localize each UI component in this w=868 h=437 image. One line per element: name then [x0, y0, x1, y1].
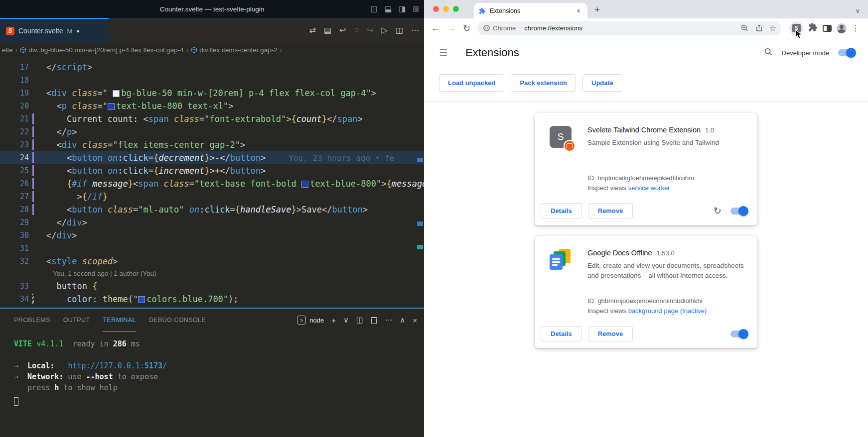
code-line[interactable]: 27 >{/if} [0, 190, 424, 203]
nav-forward-icon[interactable]: ↪ [367, 25, 373, 35]
details-button[interactable]: Details [541, 326, 582, 341]
forward-button[interactable]: → [447, 23, 456, 33]
code-line[interactable]: 20 <p class="text-blue-800 text-xl"> [0, 100, 424, 112]
search-icon[interactable] [764, 47, 773, 58]
inspect-views-link[interactable]: background page (Inactive) [628, 307, 707, 315]
color-swatch [301, 181, 308, 188]
developer-mode-toggle[interactable] [838, 49, 855, 56]
overview-ruler-mark [417, 245, 423, 249]
code-line[interactable]: 23 <div class="flex items-center gap-2"> [0, 138, 424, 151]
close-tab-icon[interactable]: × [575, 7, 582, 15]
card-body: Google Docs Offline 1.53.0 Edit, create … [587, 249, 745, 316]
panel-tab-problems[interactable]: PROBLEMS [14, 309, 50, 331]
extension-version: 1.53.0 [657, 249, 675, 257]
pack-extension-button[interactable]: Pack extension [511, 74, 576, 92]
update-button[interactable]: Update [582, 74, 622, 92]
panel-action-icons: +∨◫⋯∧× [331, 316, 417, 325]
reload-extension-icon[interactable]: ↻ [714, 205, 722, 217]
zoom-icon[interactable] [740, 24, 749, 32]
bookmark-star-icon[interactable]: ☆ [769, 23, 776, 33]
hamburger-menu-icon[interactable]: ☰ [439, 47, 447, 59]
code-line[interactable]: 32<style scoped> [0, 255, 424, 268]
line-number: 34 [0, 293, 42, 306]
code-line[interactable]: 29 </div> [0, 216, 424, 229]
run-icon[interactable]: ▷ [382, 25, 388, 35]
maximize-panel-icon[interactable]: ∧ [400, 316, 405, 325]
profile-avatar[interactable] [837, 23, 847, 33]
breadcrumb-item[interactable]: div.flex.items-center.gap-2 [191, 46, 278, 54]
site-chip[interactable]: Chrome [483, 24, 520, 32]
code-editor[interactable]: 17</script>1819<div class=" bg-blue-50 m… [0, 57, 424, 308]
code-text [42, 74, 46, 87]
browser-tab-extensions[interactable]: Extensions × [474, 3, 587, 18]
new-terminal-icon[interactable]: + [331, 316, 336, 325]
code-line[interactable]: 31 [0, 242, 424, 255]
remove-button[interactable]: Remove [588, 203, 633, 218]
close-panel-icon[interactable]: × [413, 316, 417, 325]
nav-dot-icon[interactable]: ○ [354, 25, 359, 34]
extension-enabled-toggle[interactable] [730, 330, 747, 337]
line-number: 23 [0, 138, 42, 151]
tab-counter-svelte[interactable]: S Counter.svelte M ● [0, 18, 109, 43]
breadcrumb-item[interactable]: elte [2, 46, 13, 54]
code-line[interactable]: 24 <button on:click={decrement}>-</butto… [0, 151, 424, 164]
split-editor-icon[interactable]: ◫ [396, 25, 403, 35]
close-window-icon[interactable] [433, 6, 439, 12]
url-text[interactable]: chrome://extensions [524, 24, 736, 32]
panel-tab-output[interactable]: OUTPUT [63, 309, 90, 331]
panel-tab-debug-console[interactable]: DEBUG CONSOLE [149, 309, 206, 331]
code-line[interactable]: 18 [0, 74, 424, 87]
line-number: 32 [0, 255, 42, 268]
details-button[interactable]: Details [541, 203, 582, 218]
site-label: Chrome [493, 24, 516, 32]
load-unpacked-button[interactable]: Load unpacked [439, 74, 504, 92]
code-line[interactable]: 21 Current count: <span class="font-extr… [0, 112, 424, 125]
extension-enabled-toggle[interactable] [730, 208, 747, 215]
code-line[interactable]: 22 </p> [0, 125, 424, 138]
code-line[interactable]: 28 <button class="ml-auto" on:click={han… [0, 203, 424, 216]
terminal-output[interactable]: VITE v4.1.1 ready in 286 ms→ Local: http… [0, 331, 424, 408]
remove-button[interactable]: Remove [588, 326, 633, 341]
more-actions-icon[interactable]: ⋯ [411, 25, 419, 35]
code-line[interactable]: 34 color: theme("colors.blue.700"); [0, 293, 424, 306]
open-preview-icon[interactable]: ▤ [324, 25, 331, 35]
new-tab-button[interactable]: + [594, 4, 600, 15]
open-changes-icon[interactable]: ⇄ [309, 25, 316, 35]
code-line[interactable]: 25 <button on:click={increment}>+</butto… [0, 164, 424, 177]
code-line[interactable]: 17</script> [0, 61, 424, 74]
inspect-views-link[interactable]: service worker [628, 184, 670, 192]
code-line[interactable]: 26 {#if message}<span class="text-base f… [0, 177, 424, 190]
customize-layout-icon[interactable]: ⊞ [413, 4, 419, 13]
blame-annotation-line[interactable]: You, 1 second ago | 1 author (You) [0, 268, 424, 280]
split-terminal-icon[interactable]: ◫ [356, 316, 363, 325]
breadcrumb-item[interactable]: div..bg-blue-50.min-w-[20rem].p-4.flex.f… [20, 46, 183, 54]
layout-sidebar-icon[interactable]: ◫ [371, 4, 378, 13]
code-line[interactable]: 33 button { [0, 280, 424, 293]
address-bar[interactable]: Chrome chrome://extensions ☆ [477, 21, 781, 35]
nav-back-icon[interactable]: ↩ [339, 25, 346, 35]
pinned-extension-button[interactable]: S [789, 21, 803, 35]
kill-terminal-icon[interactable] [371, 317, 377, 324]
side-panel-icon[interactable] [823, 25, 832, 32]
layout-panel-icon[interactable]: ⬓ [385, 4, 392, 13]
chrome-menu-icon[interactable]: ⋮ [852, 23, 860, 33]
back-button[interactable]: ← [431, 23, 440, 33]
terminal-dropdown-icon[interactable]: ∨ [343, 316, 349, 325]
code-line[interactable]: 30</div> [0, 229, 424, 242]
fullscreen-window-icon[interactable] [453, 6, 459, 12]
more-panel-icon[interactable]: ⋯ [385, 316, 392, 325]
unsaved-dot-icon[interactable]: ● [76, 28, 80, 34]
extension-cards: S Svelete Tailwind Chrome Extension 1.0 … [424, 102, 868, 348]
header-right: Developer mode [764, 47, 855, 58]
panel-tab-terminal[interactable]: TERMINAL [103, 309, 136, 331]
tab-search-chevron-icon[interactable]: ∨ [855, 7, 860, 14]
unpacked-badge-icon [564, 140, 576, 152]
code-line[interactable]: 19<div class=" bg-blue-50 min-w-[20rem] … [0, 87, 424, 100]
terminal-shell-label[interactable]: node [309, 317, 324, 324]
share-icon[interactable] [755, 24, 763, 32]
reload-button[interactable]: ↻ [463, 23, 470, 34]
extensions-menu-puzzle-icon[interactable] [808, 22, 818, 34]
vscode-titlebar[interactable]: Counter.svelte — test-svelte-plugin ◫⬓◨⊞ [0, 0, 424, 18]
layout-secondary-sidebar-icon[interactable]: ◨ [399, 4, 406, 13]
minimize-window-icon[interactable] [443, 6, 449, 12]
